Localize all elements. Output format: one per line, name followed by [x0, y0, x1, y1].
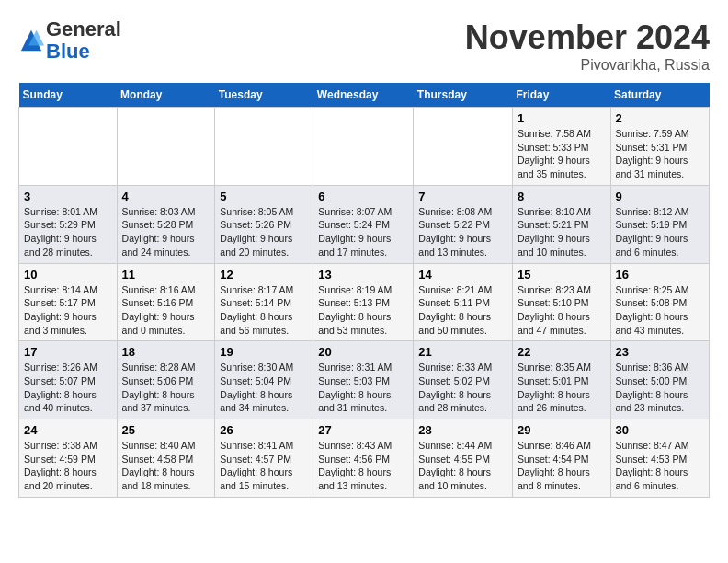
calendar-week-row: 10Sunrise: 8:14 AM Sunset: 5:17 PM Dayli… [19, 263, 710, 341]
calendar-cell: 9Sunrise: 8:12 AM Sunset: 5:19 PM Daylig… [610, 185, 709, 263]
logo-blue-text: Blue [46, 40, 90, 63]
calendar-cell: 6Sunrise: 8:07 AM Sunset: 5:24 PM Daylig… [313, 185, 414, 263]
calendar-cell: 7Sunrise: 8:08 AM Sunset: 5:22 PM Daylig… [414, 185, 513, 263]
day-detail: Sunrise: 8:25 AM Sunset: 5:08 PM Dayligh… [616, 284, 689, 336]
day-number: 19 [220, 345, 308, 359]
calendar-week-row: 3Sunrise: 8:01 AM Sunset: 5:29 PM Daylig… [19, 185, 710, 263]
calendar-cell: 27Sunrise: 8:43 AM Sunset: 4:56 PM Dayli… [313, 419, 414, 498]
day-number: 26 [220, 423, 308, 437]
day-detail: Sunrise: 8:10 AM Sunset: 5:21 PM Dayligh… [518, 206, 591, 258]
calendar-cell: 2Sunrise: 7:59 AM Sunset: 5:31 PM Daylig… [610, 108, 709, 186]
month-title: November 2024 [465, 18, 710, 57]
day-number: 8 [518, 190, 606, 203]
day-detail: Sunrise: 8:12 AM Sunset: 5:19 PM Dayligh… [616, 206, 689, 258]
calendar-cell: 1Sunrise: 7:58 AM Sunset: 5:33 PM Daylig… [512, 108, 610, 186]
calendar-table: SundayMondayTuesdayWednesdayThursdayFrid… [18, 83, 710, 498]
calendar-cell: 29Sunrise: 8:46 AM Sunset: 4:54 PM Dayli… [512, 419, 610, 498]
calendar-cell [414, 108, 513, 186]
logo-general-text: General [46, 17, 121, 40]
calendar-cell [313, 108, 414, 186]
day-number: 28 [418, 423, 507, 437]
logo: General Blue [18, 18, 121, 63]
calendar-cell: 16Sunrise: 8:25 AM Sunset: 5:08 PM Dayli… [610, 263, 709, 341]
weekday-header-row: SundayMondayTuesdayWednesdayThursdayFrid… [19, 83, 710, 108]
day-detail: Sunrise: 8:33 AM Sunset: 5:02 PM Dayligh… [418, 362, 492, 413]
page-header: General Blue November 2024 Pivovarikha, … [18, 18, 710, 74]
day-number: 9 [616, 190, 704, 203]
calendar-cell: 10Sunrise: 8:14 AM Sunset: 5:17 PM Dayli… [19, 263, 118, 341]
day-number: 17 [24, 345, 112, 359]
day-number: 16 [616, 268, 704, 282]
day-detail: Sunrise: 8:23 AM Sunset: 5:10 PM Dayligh… [518, 284, 591, 336]
calendar-cell [215, 108, 313, 186]
day-detail: Sunrise: 8:41 AM Sunset: 4:57 PM Dayligh… [220, 440, 293, 491]
calendar-cell: 15Sunrise: 8:23 AM Sunset: 5:10 PM Dayli… [512, 263, 610, 341]
calendar-cell: 23Sunrise: 8:36 AM Sunset: 5:00 PM Dayli… [610, 341, 709, 419]
calendar-cell: 24Sunrise: 8:38 AM Sunset: 4:59 PM Dayli… [19, 419, 118, 498]
day-number: 10 [24, 268, 112, 282]
calendar-week-row: 1Sunrise: 7:58 AM Sunset: 5:33 PM Daylig… [19, 108, 710, 186]
day-number: 1 [518, 111, 606, 125]
weekday-header-thursday: Thursday [414, 83, 513, 108]
calendar-cell: 26Sunrise: 8:41 AM Sunset: 4:57 PM Dayli… [215, 419, 313, 498]
day-detail: Sunrise: 8:21 AM Sunset: 5:11 PM Dayligh… [418, 284, 492, 336]
day-detail: Sunrise: 8:07 AM Sunset: 5:24 PM Dayligh… [318, 206, 392, 258]
day-number: 6 [318, 190, 408, 203]
day-detail: Sunrise: 8:30 AM Sunset: 5:04 PM Dayligh… [220, 362, 293, 413]
calendar-cell: 3Sunrise: 8:01 AM Sunset: 5:29 PM Daylig… [19, 185, 118, 263]
calendar-cell [19, 108, 118, 186]
calendar-cell: 19Sunrise: 8:30 AM Sunset: 5:04 PM Dayli… [215, 341, 313, 419]
day-number: 30 [616, 423, 704, 437]
day-detail: Sunrise: 8:26 AM Sunset: 5:07 PM Dayligh… [24, 362, 97, 413]
calendar-cell: 14Sunrise: 8:21 AM Sunset: 5:11 PM Dayli… [414, 263, 513, 341]
day-number: 24 [24, 423, 112, 437]
day-detail: Sunrise: 8:19 AM Sunset: 5:13 PM Dayligh… [318, 284, 392, 336]
calendar-cell: 4Sunrise: 8:03 AM Sunset: 5:28 PM Daylig… [117, 185, 215, 263]
day-detail: Sunrise: 8:01 AM Sunset: 5:29 PM Dayligh… [24, 206, 97, 258]
calendar-cell: 18Sunrise: 8:28 AM Sunset: 5:06 PM Dayli… [117, 341, 215, 419]
day-detail: Sunrise: 8:46 AM Sunset: 4:54 PM Dayligh… [518, 440, 591, 491]
calendar-week-row: 24Sunrise: 8:38 AM Sunset: 4:59 PM Dayli… [19, 419, 710, 498]
calendar-cell: 5Sunrise: 8:05 AM Sunset: 5:26 PM Daylig… [215, 185, 313, 263]
day-detail: Sunrise: 8:17 AM Sunset: 5:14 PM Dayligh… [220, 284, 293, 336]
day-detail: Sunrise: 8:05 AM Sunset: 5:26 PM Dayligh… [220, 206, 293, 258]
day-detail: Sunrise: 8:44 AM Sunset: 4:55 PM Dayligh… [418, 440, 492, 491]
day-number: 12 [220, 268, 308, 282]
logo-icon [18, 28, 44, 53]
day-number: 22 [518, 345, 606, 359]
weekday-header-saturday: Saturday [610, 83, 709, 108]
day-detail: Sunrise: 7:59 AM Sunset: 5:31 PM Dayligh… [616, 128, 689, 179]
day-number: 3 [24, 190, 112, 203]
calendar-cell: 8Sunrise: 8:10 AM Sunset: 5:21 PM Daylig… [512, 185, 610, 263]
day-number: 4 [122, 190, 210, 203]
calendar-cell: 12Sunrise: 8:17 AM Sunset: 5:14 PM Dayli… [215, 263, 313, 341]
calendar-cell: 22Sunrise: 8:35 AM Sunset: 5:01 PM Dayli… [512, 341, 610, 419]
day-number: 13 [318, 268, 408, 282]
day-number: 25 [122, 423, 210, 437]
day-number: 20 [318, 345, 408, 359]
day-number: 15 [518, 268, 606, 282]
weekday-header-friday: Friday [512, 83, 610, 108]
day-number: 14 [418, 268, 507, 282]
calendar-cell: 21Sunrise: 8:33 AM Sunset: 5:02 PM Dayli… [414, 341, 513, 419]
day-detail: Sunrise: 8:31 AM Sunset: 5:03 PM Dayligh… [318, 362, 392, 413]
title-section: November 2024 Pivovarikha, Russia [465, 18, 710, 74]
day-detail: Sunrise: 8:08 AM Sunset: 5:22 PM Dayligh… [418, 206, 492, 258]
day-number: 29 [518, 423, 606, 437]
calendar-cell: 28Sunrise: 8:44 AM Sunset: 4:55 PM Dayli… [414, 419, 513, 498]
weekday-header-sunday: Sunday [19, 83, 118, 108]
day-number: 21 [418, 345, 507, 359]
calendar-cell: 17Sunrise: 8:26 AM Sunset: 5:07 PM Dayli… [19, 341, 118, 419]
calendar-cell [117, 108, 215, 186]
calendar-cell: 25Sunrise: 8:40 AM Sunset: 4:58 PM Dayli… [117, 419, 215, 498]
day-number: 23 [616, 345, 704, 359]
day-detail: Sunrise: 8:47 AM Sunset: 4:53 PM Dayligh… [616, 440, 689, 491]
calendar-cell: 11Sunrise: 8:16 AM Sunset: 5:16 PM Dayli… [117, 263, 215, 341]
day-number: 11 [122, 268, 210, 282]
day-detail: Sunrise: 8:43 AM Sunset: 4:56 PM Dayligh… [318, 440, 392, 491]
calendar-cell: 13Sunrise: 8:19 AM Sunset: 5:13 PM Dayli… [313, 263, 414, 341]
day-detail: Sunrise: 8:03 AM Sunset: 5:28 PM Dayligh… [122, 206, 196, 258]
day-detail: Sunrise: 8:35 AM Sunset: 5:01 PM Dayligh… [518, 362, 591, 413]
day-detail: Sunrise: 8:38 AM Sunset: 4:59 PM Dayligh… [24, 440, 97, 491]
day-detail: Sunrise: 8:28 AM Sunset: 5:06 PM Dayligh… [122, 362, 196, 413]
